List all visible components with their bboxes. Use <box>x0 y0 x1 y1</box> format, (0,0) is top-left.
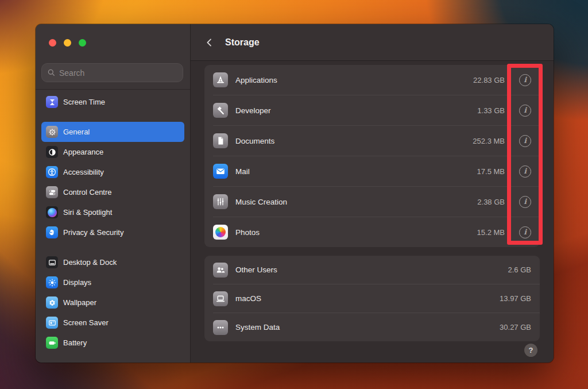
info-button[interactable]: i <box>519 226 531 238</box>
sidebar-item-control-centre[interactable]: Control Centre <box>41 182 184 202</box>
battery-icon <box>46 337 58 349</box>
system-settings-window: Screen Time General Appearance Acces <box>36 24 554 363</box>
storage-row-label: Applications <box>235 76 277 84</box>
info-icon: i <box>524 137 527 145</box>
wallpaper-icon <box>46 296 58 309</box>
storage-row-label: Music Creation <box>235 198 287 206</box>
storage-row-label: System Data <box>235 323 280 332</box>
storage-row-photos[interactable]: Photos 15.2 MB i <box>204 217 540 247</box>
sidebar-item-displays[interactable]: Displays <box>41 272 184 292</box>
sidebar-item-label: General <box>63 128 90 136</box>
storage-row-label: Developer <box>235 106 271 115</box>
storage-row-size: 2.38 GB <box>477 198 505 206</box>
sidebar-item-label: Control Centre <box>63 188 112 197</box>
pane-header: Storage <box>191 24 554 61</box>
storage-row-system-data[interactable]: System Data 30.27 GB <box>204 313 540 341</box>
minimize-button[interactable] <box>64 39 71 47</box>
storage-row-size: 15.2 MB <box>477 228 505 237</box>
storage-row-size: 17.5 MB <box>477 167 505 176</box>
info-icon: i <box>524 168 527 175</box>
storage-row-label: macOS <box>235 294 261 303</box>
privacy-security-icon <box>46 226 58 238</box>
developer-icon <box>213 103 228 118</box>
info-button[interactable]: i <box>519 105 531 117</box>
storage-row-applications[interactable]: Applications 22.83 GB i <box>204 65 540 95</box>
info-button[interactable]: i <box>519 196 531 208</box>
storage-row-other-users[interactable]: Other Users 2.6 GB <box>204 256 540 284</box>
info-icon: i <box>524 229 527 236</box>
sidebar-item-siri-spotlight[interactable]: Siri & Spotlight <box>41 202 184 222</box>
screen-time-icon <box>46 96 58 108</box>
storage-row-macos[interactable]: macOS 13.97 GB <box>204 284 540 313</box>
photos-icon <box>213 225 228 240</box>
help-button[interactable]: ? <box>524 344 537 357</box>
sidebar-item-screen-time[interactable]: Screen Time <box>41 92 184 112</box>
applications-icon <box>213 72 228 87</box>
search-field[interactable] <box>41 63 183 82</box>
sidebar-item-privacy-security[interactable]: Privacy & Security <box>41 222 184 242</box>
close-button[interactable] <box>49 39 56 47</box>
sidebar-item-appearance[interactable]: Appearance <box>41 142 184 162</box>
sidebar-item-general[interactable]: General <box>41 122 184 142</box>
sidebar-item-label: Desktop & Dock <box>63 258 117 267</box>
storage-row-size: 22.83 GB <box>473 76 505 84</box>
music-creation-icon <box>213 194 228 209</box>
zoom-button[interactable] <box>79 39 86 47</box>
sidebar-item-label: Battery <box>63 338 87 347</box>
sidebar-item-screen-saver[interactable]: Screen Saver <box>41 313 184 333</box>
desktop-dock-icon <box>46 256 58 268</box>
storage-row-size: 2.6 GB <box>508 265 531 274</box>
mail-icon <box>213 164 228 179</box>
storage-row-mail[interactable]: Mail 17.5 MB i <box>204 156 540 186</box>
pane-body: Applications 22.83 GB i Developer 1.33 G… <box>191 61 554 363</box>
siri-icon <box>46 206 58 218</box>
documents-icon <box>213 133 228 148</box>
back-button[interactable] <box>203 36 216 49</box>
sidebar-item-battery[interactable]: Battery <box>41 333 184 353</box>
sidebar-item-label: Privacy & Security <box>63 228 123 237</box>
sidebar-item-label: Wallpaper <box>63 298 96 307</box>
storage-row-size: 13.97 GB <box>500 294 531 303</box>
sidebar-item-label: Accessibility <box>63 168 104 176</box>
storage-system-group: Other Users 2.6 GB macOS 13.97 GB <box>204 256 540 341</box>
general-icon <box>46 126 58 138</box>
chevron-left-icon <box>204 37 215 48</box>
sidebar-item-wallpaper[interactable]: Wallpaper <box>41 292 184 313</box>
storage-row-label: Mail <box>235 167 250 176</box>
storage-category-group: Applications 22.83 GB i Developer 1.33 G… <box>204 65 540 247</box>
storage-row-developer[interactable]: Developer 1.33 GB i <box>204 95 540 125</box>
page-title: Storage <box>225 37 260 48</box>
screen-saver-icon <box>46 317 58 329</box>
storage-row-size: 1.33 GB <box>477 106 505 115</box>
info-button[interactable]: i <box>519 74 531 86</box>
sidebar-item-label: Siri & Spotlight <box>63 208 112 217</box>
displays-icon <box>46 276 58 288</box>
sidebar-list: Screen Time General Appearance Acces <box>41 92 184 353</box>
sidebar-group-gap <box>41 242 184 252</box>
search-input[interactable] <box>59 68 178 78</box>
storage-row-label: Other Users <box>235 265 277 274</box>
other-users-icon <box>213 263 228 278</box>
info-icon: i <box>524 76 527 84</box>
sidebar-divider <box>36 89 190 90</box>
system-data-icon <box>213 320 228 335</box>
storage-row-label: Documents <box>235 137 274 145</box>
info-button[interactable]: i <box>519 165 531 178</box>
storage-row-size: 252.3 MB <box>473 137 505 145</box>
window-controls <box>49 39 86 47</box>
sidebar-item-label: Screen Saver <box>63 318 109 327</box>
question-mark-icon: ? <box>529 346 533 355</box>
storage-row-label: Photos <box>235 228 260 237</box>
storage-row-documents[interactable]: Documents 252.3 MB i <box>204 126 540 156</box>
sidebar-item-desktop-dock[interactable]: Desktop & Dock <box>41 252 184 272</box>
sidebar: Screen Time General Appearance Acces <box>36 24 191 363</box>
info-icon: i <box>524 107 527 114</box>
storage-row-music-creation[interactable]: Music Creation 2.38 GB i <box>204 187 540 217</box>
sidebar-item-accessibility[interactable]: Accessibility <box>41 162 184 182</box>
control-centre-icon <box>46 186 58 198</box>
accessibility-icon <box>46 166 58 178</box>
info-button[interactable]: i <box>519 135 531 147</box>
sidebar-item-label: Appearance <box>63 148 103 156</box>
magnifier-icon <box>47 68 56 78</box>
info-icon: i <box>524 198 527 206</box>
